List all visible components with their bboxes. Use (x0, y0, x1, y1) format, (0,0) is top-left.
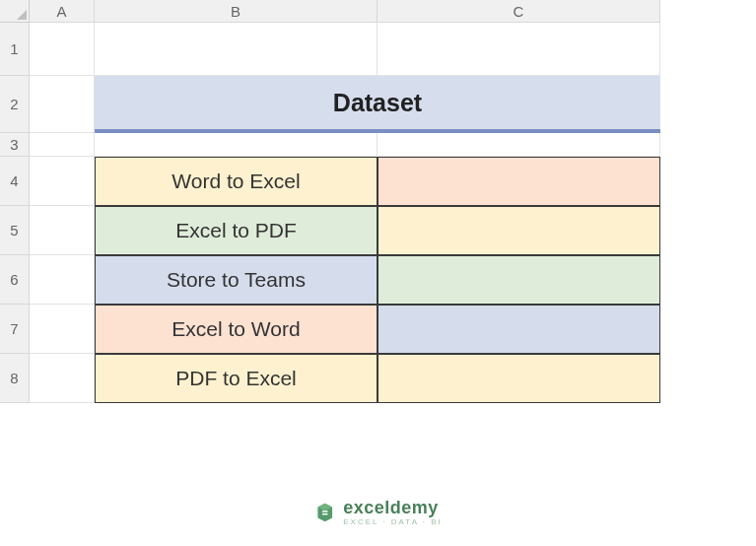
cell-B3[interactable] (95, 133, 378, 157)
cell-B8[interactable]: PDF to Excel (95, 354, 378, 403)
cell-C8[interactable] (378, 354, 660, 403)
cell-A4[interactable] (30, 157, 95, 206)
exceldemy-logo-icon (313, 502, 335, 523)
watermark-name: exceldemy (343, 499, 443, 516)
cell-B7[interactable]: Excel to Word (95, 305, 378, 354)
cell-B4[interactable]: Word to Excel (95, 157, 378, 206)
row-header-8[interactable]: 8 (0, 354, 30, 403)
cell-B7-text: Excel to Word (172, 317, 300, 341)
cell-A8[interactable] (30, 354, 95, 403)
row-header-6[interactable]: 6 (0, 255, 30, 305)
select-all-corner[interactable] (0, 0, 30, 23)
cell-B1[interactable] (95, 23, 378, 76)
cell-B6-text: Store to Teams (167, 268, 306, 292)
dataset-title-text: Dataset (333, 89, 422, 117)
cell-A2[interactable] (30, 76, 95, 133)
row-header-3[interactable]: 3 (0, 133, 30, 157)
svg-rect-4 (321, 513, 327, 514)
cell-B6[interactable]: Store to Teams (95, 255, 378, 305)
cell-C1[interactable] (378, 23, 660, 76)
cell-B5-text: Excel to PDF (175, 219, 297, 242)
row-header-1[interactable]: 1 (0, 23, 30, 76)
cell-C6[interactable] (378, 255, 660, 305)
dataset-title[interactable]: Dataset (95, 76, 660, 133)
cell-B4-text: Word to Excel (172, 170, 300, 193)
row-header-4[interactable]: 4 (0, 157, 30, 206)
cell-A1[interactable] (30, 23, 95, 76)
row-header-7[interactable]: 7 (0, 305, 30, 354)
col-header-C[interactable]: C (378, 0, 660, 23)
cell-B8-text: PDF to Excel (175, 367, 297, 390)
cell-C3[interactable] (378, 133, 660, 157)
cell-C7[interactable] (378, 305, 660, 354)
spreadsheet-grid: A B C 1 2 Dataset 3 4 Word to Excel 5 Ex… (0, 0, 756, 403)
cell-A7[interactable] (30, 305, 95, 354)
col-header-A[interactable]: A (30, 0, 95, 23)
cell-A3[interactable] (30, 133, 95, 157)
svg-marker-0 (17, 10, 27, 20)
svg-rect-3 (321, 511, 327, 512)
cell-A5[interactable] (30, 206, 95, 255)
cell-B5[interactable]: Excel to PDF (95, 206, 378, 255)
row-header-2[interactable]: 2 (0, 76, 30, 133)
watermark-tagline: EXCEL · DATA · BI (343, 518, 443, 526)
row-header-5[interactable]: 5 (0, 206, 30, 255)
col-header-B[interactable]: B (95, 0, 378, 23)
cell-C5[interactable] (378, 206, 660, 255)
watermark: exceldemy EXCEL · DATA · BI (313, 499, 443, 526)
cell-A6[interactable] (30, 255, 95, 305)
cell-C4[interactable] (378, 157, 660, 206)
